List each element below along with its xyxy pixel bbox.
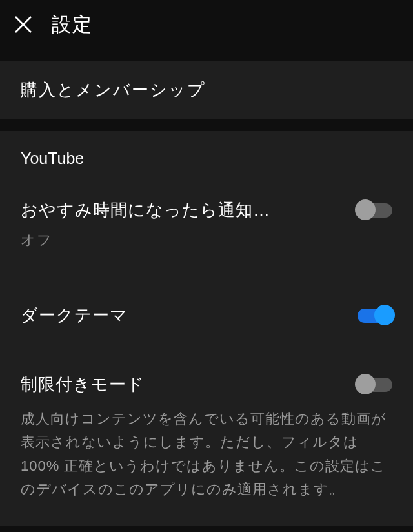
header: 設定 (0, 0, 413, 49)
purchases-item[interactable]: 購入とメンバーシップ (0, 61, 413, 119)
toggle-darktheme[interactable] (358, 309, 392, 323)
page-title: 設定 (52, 12, 93, 38)
setting-darktheme[interactable]: ダークテーマ (0, 274, 413, 355)
setting-restricted[interactable]: 制限付きモード 成人向けコンテンツを含んでいる可能性のある動画が表示されないよう… (0, 355, 413, 526)
setting-bedtime[interactable]: おやすみ時間になったら通知… オフ (0, 181, 413, 274)
setting-bedtime-sub: オフ (0, 227, 413, 265)
close-icon[interactable] (13, 14, 34, 35)
purchases-label: 購入とメンバーシップ (21, 79, 392, 101)
setting-bedtime-title: おやすみ時間になったら通知… (21, 199, 358, 221)
setting-restricted-description: 成人向けコンテンツを含んでいる可能性のある動画が表示されないようにします。ただし… (0, 401, 413, 517)
youtube-header: YouTube (0, 131, 413, 181)
toggle-bedtime[interactable] (358, 203, 392, 218)
setting-restricted-row: 制限付きモード (0, 355, 413, 401)
section-purchases: 購入とメンバーシップ (0, 61, 413, 119)
setting-restricted-title: 制限付きモード (21, 373, 358, 396)
setting-darktheme-title: ダークテーマ (21, 304, 358, 327)
setting-bedtime-row: おやすみ時間になったら通知… (0, 181, 413, 227)
toggle-restricted[interactable] (358, 378, 392, 392)
setting-darktheme-row: ダークテーマ (0, 286, 413, 332)
section-youtube: YouTube おやすみ時間になったら通知… オフ ダークテーマ 制限付きモード… (0, 131, 413, 526)
